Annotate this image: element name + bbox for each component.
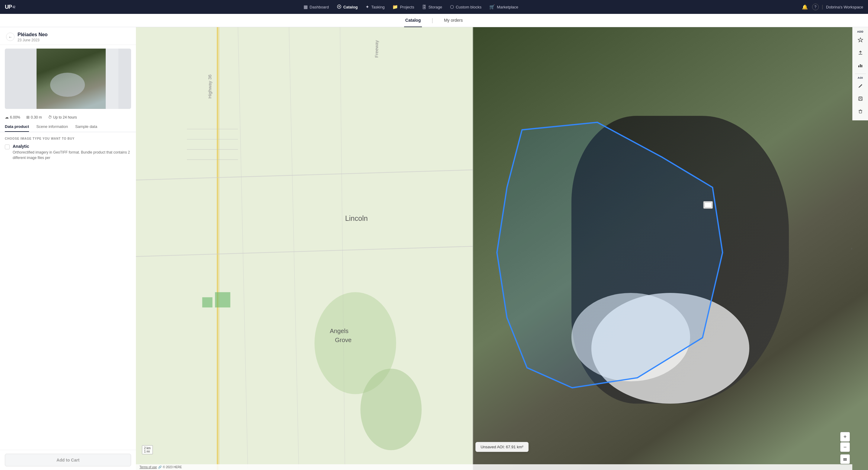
- stat-resolution: ⊞ 0.30 m: [26, 115, 42, 120]
- storage-icon: 🗄: [422, 4, 427, 10]
- map-panel[interactable]: Lincoln Angels Grove Highway 36 Freeway: [136, 27, 868, 470]
- upload-icon: [858, 50, 863, 55]
- save-aoi-button[interactable]: [855, 93, 867, 105]
- svg-rect-27: [843, 460, 847, 461]
- zoom-out-button[interactable]: −: [840, 442, 850, 452]
- sec-nav-catalog[interactable]: Catalog: [404, 14, 422, 27]
- chart-icon: [858, 62, 863, 68]
- image-preview: [5, 48, 131, 109]
- trash-icon: [858, 109, 863, 114]
- layers-icon: [843, 457, 847, 462]
- svg-rect-26: [843, 459, 847, 460]
- tab-data-product[interactable]: Data product: [5, 122, 29, 132]
- terms-link[interactable]: Terms of use: [140, 466, 157, 469]
- stats-row: ☁ 6.00% ⊞ 0.30 m ⏱ Up to 24 hours: [0, 112, 136, 122]
- tasking-icon: ✦: [366, 4, 369, 10]
- delete-aoi-button[interactable]: [855, 105, 867, 118]
- cloud-icon: ☁: [5, 115, 9, 120]
- nav-item-projects[interactable]: 📁 Projects: [389, 2, 418, 11]
- svg-rect-33: [861, 65, 862, 67]
- left-panel: ← Pléiades Neo 23 June 2023 ☁ 6.00%: [0, 27, 136, 470]
- panel-title: Pléiades Neo: [18, 32, 48, 37]
- nav-items: ▦ Dashboard Catalog ✦ Tasking 📁 Projects…: [22, 2, 800, 12]
- svg-line-7: [289, 27, 299, 470]
- image-type-analytic: Analytic Orthorectified imagery in GeoTI…: [5, 144, 131, 161]
- analytic-checkbox[interactable]: [5, 144, 10, 149]
- svg-line-8: [340, 27, 345, 470]
- scroll-indicator: ›: [851, 246, 852, 251]
- secondary-navigation: Catalog | My orders: [0, 14, 868, 27]
- svg-rect-32: [860, 64, 861, 67]
- controls-divider-1: [855, 74, 866, 74]
- preview-image: [36, 48, 106, 109]
- add-section: ADD: [852, 30, 868, 72]
- map-divider: [473, 27, 473, 470]
- satellite-background: [473, 27, 868, 470]
- svg-rect-36: [860, 97, 861, 98]
- map-icon-link: 🔗: [158, 466, 162, 469]
- cloud-value: 6.00%: [10, 115, 20, 120]
- aoi-section: AOI: [852, 76, 868, 118]
- chart-button[interactable]: [855, 59, 867, 71]
- map-satellite: [473, 27, 868, 470]
- map-terms: Terms of use 🔗 © 2023 HERE: [136, 464, 852, 470]
- top-navigation: UP42 ▦ Dashboard Catalog ✦ Tasking 📁 Pro…: [0, 0, 868, 14]
- svg-marker-28: [858, 38, 863, 42]
- resolution-icon: ⊞: [26, 115, 30, 120]
- projects-icon: 📁: [392, 4, 398, 10]
- stat-delivery: ⏱ Up to 24 hours: [48, 115, 77, 120]
- map-scale: 2 km 1 mi: [142, 445, 153, 454]
- svg-rect-37: [859, 99, 862, 100]
- help-icon[interactable]: ?: [812, 4, 819, 10]
- aoi-label: AOI: [852, 76, 868, 79]
- workspace-label[interactable]: Dobrina's Workspace: [826, 5, 863, 9]
- nav-item-custom-blocks[interactable]: ⬡ Custom blocks: [446, 2, 485, 11]
- pencil-button[interactable]: [855, 80, 867, 92]
- analytic-label: Analytic: [13, 144, 131, 149]
- nav-item-dashboard[interactable]: ▦ Dashboard: [300, 2, 333, 11]
- pencil-icon: [858, 83, 863, 89]
- analytic-content: Analytic Orthorectified imagery in GeoTI…: [13, 144, 131, 161]
- tab-scene-information[interactable]: Scene information: [36, 122, 68, 132]
- resolution-value: 0.30 m: [31, 115, 42, 120]
- app-logo[interactable]: UP42: [5, 4, 15, 10]
- analytic-description: Orthorectified imagery in GeoTIFF format…: [13, 149, 131, 161]
- svg-text:Highway 36: Highway 36: [207, 74, 212, 98]
- star-button[interactable]: [855, 34, 867, 46]
- section-label: CHOOSE IMAGE TYPE YOU WANT TO BUY: [5, 137, 131, 140]
- nav-item-catalog[interactable]: Catalog: [333, 2, 362, 12]
- save-icon: [858, 96, 863, 101]
- back-button[interactable]: ←: [6, 33, 14, 41]
- sec-nav-my-orders[interactable]: My orders: [443, 14, 464, 27]
- zoom-controls: + −: [840, 432, 850, 452]
- svg-rect-31: [858, 65, 859, 67]
- tab-sample-data[interactable]: Sample data: [75, 122, 97, 132]
- nav-item-storage[interactable]: 🗄 Storage: [418, 3, 446, 11]
- zoom-in-button[interactable]: +: [840, 432, 850, 442]
- nav-item-marketplace[interactable]: 🛒 Marketplace: [486, 2, 522, 11]
- bell-icon[interactable]: 🔔: [801, 3, 809, 11]
- aoi-info-box: Unsaved AOI: 67.91 km²: [475, 442, 529, 452]
- add-label: ADD: [852, 30, 868, 33]
- sec-nav-divider: |: [432, 17, 433, 24]
- panel-title-group: Pléiades Neo 23 June 2023: [18, 32, 48, 42]
- stat-cloud: ☁ 6.00%: [5, 115, 20, 120]
- nav-item-tasking[interactable]: ✦ Tasking: [362, 2, 388, 11]
- panel-tabs: Data product Scene information Sample da…: [0, 122, 136, 132]
- custom-blocks-icon: ⬡: [450, 4, 454, 10]
- map-controls-panel: ADD: [852, 27, 868, 121]
- map-street: Lincoln Angels Grove Highway 36 Freeway: [136, 27, 473, 470]
- svg-line-5: [136, 246, 473, 257]
- add-to-cart-button[interactable]: Add to Cart: [5, 454, 131, 466]
- nav-separator: |: [822, 4, 823, 10]
- svg-rect-16: [215, 292, 230, 308]
- svg-text:Angels: Angels: [330, 328, 348, 334]
- layers-button[interactable]: [840, 454, 850, 464]
- panel-footer: Add to Cart: [0, 450, 136, 470]
- upload-button[interactable]: [855, 46, 867, 59]
- svg-point-1: [339, 6, 340, 7]
- catalog-icon: [337, 4, 342, 10]
- panel-header: ← Pléiades Neo 23 June 2023: [0, 27, 136, 45]
- svg-rect-25: [843, 458, 847, 459]
- main-layout: ← Pléiades Neo 23 June 2023 ☁ 6.00%: [0, 27, 868, 470]
